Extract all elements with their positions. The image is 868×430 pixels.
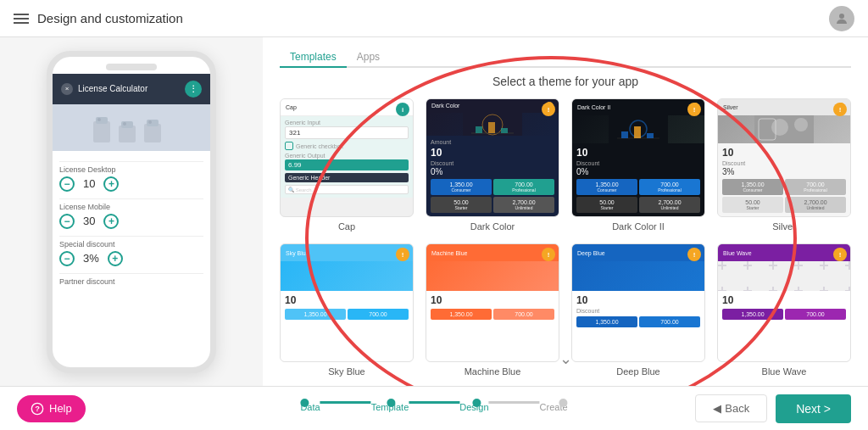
phone-banner xyxy=(53,104,210,151)
theme-badge-deep: ! xyxy=(687,248,701,261)
dot-3 xyxy=(473,399,481,407)
close-button[interactable]: × xyxy=(61,83,73,95)
theme-badge-silver: ! xyxy=(833,103,847,116)
svg-rect-15 xyxy=(501,128,508,133)
tab-strip: Templates Apps xyxy=(280,47,851,68)
mobile-label: License Mobile xyxy=(59,203,203,211)
more-options-button[interactable]: ⋮ xyxy=(185,81,202,98)
dot-2 xyxy=(387,399,395,407)
theme-name-silver: Silver xyxy=(772,221,796,232)
help-icon: ? xyxy=(31,402,44,416)
next-label: Next > xyxy=(796,402,831,416)
theme-panel-inner: Templates Apps Select a theme for your a… xyxy=(280,47,851,377)
theme-thumbnail-deep: ! Deep Blue 10 Discount xyxy=(571,243,705,362)
theme-select-title: Select a theme for your app xyxy=(280,75,851,88)
phone-topbar: × License Calculator ⋮ xyxy=(53,74,210,104)
phone-notch xyxy=(106,64,157,70)
theme-card-sky[interactable]: ! Sky Blue 10 1,350.00 xyxy=(280,243,414,377)
avatar[interactable] xyxy=(829,6,854,31)
theme-name-deep: Deep Blue xyxy=(616,366,659,377)
mobile-row: − 30 + xyxy=(59,214,203,229)
theme-thumbnail-dark: ! Dark Color xyxy=(426,98,559,217)
discount-plus[interactable]: + xyxy=(108,251,123,266)
theme-thumbnail-silver: ! Silver xyxy=(717,98,851,217)
theme-badge-cap: i xyxy=(396,103,409,116)
svg-rect-19 xyxy=(621,131,628,138)
phone-preview: × License Calculator ⋮ xyxy=(0,37,263,386)
mobile-value: 30 xyxy=(83,215,95,227)
theme-name-sky: Sky Blue xyxy=(328,366,364,377)
theme-name-wave: Blue Wave xyxy=(762,366,807,377)
theme-card-dark[interactable]: ! Dark Color xyxy=(426,98,559,232)
svg-point-3 xyxy=(97,118,101,121)
theme-thumbnail-sky: ! Sky Blue 10 1,350.00 xyxy=(280,243,414,362)
scroll-indicator: ⌄ xyxy=(559,349,572,368)
theme-thumbnail-cap: i Cap Generic Input 321 xyxy=(280,98,414,217)
svg-rect-21 xyxy=(647,133,654,138)
theme-name-cap: Cap xyxy=(338,221,355,232)
svg-point-25 xyxy=(794,118,808,131)
back-button[interactable]: ◀ Back xyxy=(695,394,767,422)
desktop-value: 10 xyxy=(83,177,95,190)
theme-badge-wave: ! xyxy=(833,248,847,261)
desktop-label: License Desktop xyxy=(59,165,203,174)
theme-badge-sky: ! xyxy=(396,248,409,261)
mobile-stepper: − 30 + xyxy=(59,214,119,229)
theme-badge-dark2: ! xyxy=(687,103,701,116)
app-name-label: License Calculator xyxy=(78,84,147,93)
next-button[interactable]: Next > xyxy=(776,394,851,423)
theme-panel: Templates Apps Select a theme for your a… xyxy=(263,37,868,386)
svg-rect-14 xyxy=(488,122,495,133)
tab-templates[interactable]: Templates xyxy=(280,47,347,68)
mobile-plus[interactable]: + xyxy=(103,214,119,229)
discount-value: 3% xyxy=(83,252,99,265)
theme-badge-dark: ! xyxy=(542,103,555,116)
theme-card-wave[interactable]: ! Blue Wave 10 1,350.00 xyxy=(717,243,851,377)
desktop-stepper: − 10 + xyxy=(59,176,119,192)
menu-icon[interactable] xyxy=(14,14,29,24)
theme-thumbnail-machine: ! Machine Blue 10 1,350.00 xyxy=(426,243,559,362)
discount-label: Special discount xyxy=(59,240,203,249)
progress-steps: Data Template Design Create xyxy=(300,401,567,416)
discount-stepper: − 3% + xyxy=(59,251,123,266)
back-label: Back xyxy=(725,402,749,415)
app-title: Design and customization xyxy=(37,11,183,25)
svg-point-6 xyxy=(123,122,126,126)
help-button[interactable]: ? Help xyxy=(17,395,86,422)
phone-frame: × License Calculator ⋮ xyxy=(47,51,216,373)
desktop-plus[interactable]: + xyxy=(103,176,119,192)
dot-4 xyxy=(559,399,568,407)
theme-thumbnail-dark2: ! Dark Color II xyxy=(571,98,705,217)
svg-rect-13 xyxy=(476,126,482,133)
footer-actions: ◀ Back Next > xyxy=(695,394,851,423)
header-left: Design and customization xyxy=(14,11,183,25)
theme-card-silver[interactable]: ! Silver xyxy=(717,98,851,232)
theme-badge-machine: ! xyxy=(542,248,555,261)
theme-card-dark2[interactable]: ! Dark Color II xyxy=(571,98,705,232)
phone-inner: × License Calculator ⋮ xyxy=(53,74,210,367)
desktop-minus[interactable]: − xyxy=(59,176,75,192)
header: Design and customization xyxy=(0,0,868,37)
phone-content: License Desktop − 10 + License Mobile − xyxy=(53,151,210,295)
partner-label: Partner discount xyxy=(59,277,203,286)
svg-rect-8 xyxy=(147,120,159,126)
discount-row: − 3% + xyxy=(59,251,203,266)
desktop-row: − 10 + xyxy=(59,176,203,192)
theme-name-dark2: Dark Color II xyxy=(612,221,665,232)
dot-1 xyxy=(300,399,309,407)
svg-rect-5 xyxy=(121,121,133,128)
back-icon: ◀ xyxy=(713,402,721,415)
theme-thumbnail-wave: ! Blue Wave 10 1,350.00 xyxy=(717,243,851,362)
mobile-minus[interactable]: − xyxy=(59,214,75,229)
svg-rect-20 xyxy=(634,126,641,138)
svg-rect-7 xyxy=(144,124,161,142)
svg-rect-2 xyxy=(96,117,108,124)
theme-card-deep[interactable]: ! Deep Blue 10 Discount xyxy=(571,243,705,377)
main-content: × License Calculator ⋮ xyxy=(0,37,868,386)
theme-card-machine[interactable]: ! Machine Blue 10 1,350.00 xyxy=(426,243,559,377)
theme-card-cap[interactable]: i Cap Generic Input 321 xyxy=(280,98,414,232)
discount-minus[interactable]: − xyxy=(59,251,75,266)
progress-dots xyxy=(300,399,567,407)
theme-name-machine: Machine Blue xyxy=(465,366,521,377)
tab-apps[interactable]: Apps xyxy=(347,47,390,68)
